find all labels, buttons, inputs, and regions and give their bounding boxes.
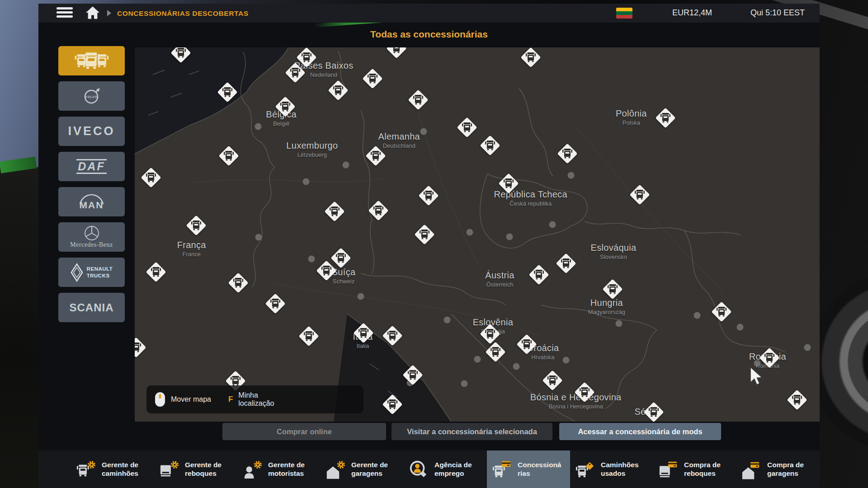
- dealer-marker[interactable]: [329, 81, 347, 99]
- dealer-marker[interactable]: [645, 403, 663, 421]
- my-location-label: Minha localização: [238, 391, 274, 408]
- nav-item-garage-purchase[interactable]: Compra de garagens: [736, 450, 820, 488]
- dealer-marker[interactable]: [409, 91, 427, 109]
- dealer-marker[interactable]: [712, 303, 731, 321]
- dealer-marker[interactable]: [760, 349, 778, 367]
- nav-item-garage-manager[interactable]: Gerente de garagens: [321, 450, 404, 488]
- brand-filter-man[interactable]: MAN: [58, 187, 125, 216]
- all-brands-truck-icon: [73, 52, 111, 70]
- svg-text:VOLVO: VOLVO: [85, 95, 97, 98]
- dealer-marker[interactable]: [147, 263, 165, 281]
- dealer-truck-icon: [717, 306, 726, 317]
- dealer-marker[interactable]: [788, 391, 806, 409]
- dealer-marker[interactable]: [354, 324, 373, 342]
- menu-icon[interactable]: [57, 7, 74, 19]
- dealer-marker[interactable]: [558, 145, 576, 163]
- visit-dealer-button[interactable]: Visitar a concessionária selecionada: [392, 423, 552, 440]
- dealer-truck-icon: [522, 339, 532, 350]
- used-truck-tag-icon: [575, 460, 595, 479]
- buy-online-button[interactable]: Comprar online: [222, 423, 386, 440]
- dealer-marker[interactable]: [557, 254, 575, 272]
- dealer-marker[interactable]: [220, 147, 238, 165]
- renault-logo: RENAULT TRUCKS: [71, 263, 113, 282]
- home-icon[interactable]: [85, 6, 101, 20]
- dealer-truck-icon: [764, 352, 774, 363]
- dealer-truck-icon: [649, 407, 659, 418]
- dealer-marker[interactable]: [387, 47, 406, 57]
- dealer-marker[interactable]: [656, 109, 675, 127]
- time-display: Qui 5:10 EEST: [748, 8, 807, 18]
- dealer-marker[interactable]: [518, 335, 536, 353]
- dealer-marker[interactable]: [383, 327, 401, 345]
- brand-filter-all[interactable]: [58, 46, 125, 75]
- brand-filter-daf[interactable]: DAF: [58, 152, 125, 181]
- dealer-marker[interactable]: [135, 338, 145, 357]
- lithuania-flag-icon: [616, 8, 632, 19]
- dealer-marker[interactable]: [172, 47, 190, 62]
- bottom-nav: Gerente de caminhões Gerente de reboques…: [38, 450, 820, 488]
- dealer-marker[interactable]: [369, 202, 387, 220]
- brand-filter-renault[interactable]: RENAULT TRUCKS: [58, 258, 125, 287]
- move-map-label: Mover mapa: [171, 395, 211, 404]
- nav-item-employment-agency[interactable]: Agência de emprego: [404, 450, 487, 488]
- dealer-marker[interactable]: [332, 249, 350, 267]
- dealer-truck-icon: [420, 229, 429, 240]
- man-logo: MAN: [58, 187, 125, 216]
- dealer-marker[interactable]: [543, 371, 561, 389]
- dealer-marker[interactable]: [218, 83, 236, 101]
- dealer-marker[interactable]: [383, 395, 401, 413]
- dealer-marker[interactable]: [276, 98, 294, 116]
- dealer-marker[interactable]: [486, 343, 505, 361]
- nav-item-used-trucks[interactable]: Caminhões usados: [570, 450, 653, 488]
- dealer-truck-icon: [146, 172, 156, 183]
- dealer-truck-icon: [290, 67, 300, 78]
- mods-dealer-button[interactable]: Acessar a concessionária de mods: [559, 423, 721, 440]
- dealer-truck-icon: [231, 375, 241, 386]
- dealer-marker[interactable]: [286, 64, 304, 82]
- dealer-marker[interactable]: [604, 280, 622, 298]
- dealer-marker[interactable]: [458, 118, 476, 136]
- brand-filter-scania[interactable]: SCANIA: [58, 293, 125, 322]
- brand-filter-mercedes[interactable]: Mercedes-Benz: [58, 222, 125, 252]
- volvo-logo-icon: VOLVO: [81, 85, 103, 107]
- nav-item-trailer-purchase[interactable]: Compra de reboques: [653, 450, 736, 488]
- map-view[interactable]: Países Baixos Nederland Bélgica België L…: [135, 47, 820, 422]
- background-bus: [0, 167, 43, 488]
- dealer-truck-icon: [302, 52, 311, 63]
- brand-filter-volvo[interactable]: VOLVO: [58, 81, 125, 111]
- dealer-marker[interactable]: [326, 202, 344, 221]
- dealer-marker[interactable]: [576, 383, 594, 401]
- dealer-truck-icon: [191, 220, 201, 231]
- money-display: EUR12,4M: [662, 8, 712, 18]
- dealer-marker[interactable]: [229, 274, 247, 292]
- dealer-marker[interactable]: [300, 327, 318, 345]
- dealer-marker[interactable]: [142, 169, 160, 187]
- dealer-card-icon: [491, 460, 512, 479]
- mercedes-logo: Mercedes-Benz: [70, 225, 113, 249]
- dealer-truck-icon: [413, 94, 423, 105]
- dealer-marker[interactable]: [500, 174, 518, 192]
- dealer-truck-icon: [333, 85, 343, 96]
- dealer-marker[interactable]: [404, 366, 422, 384]
- dealer-marker[interactable]: [420, 187, 438, 205]
- nav-item-dealers[interactable]: Concessioná rias: [487, 450, 570, 488]
- nav-item-truck-manager[interactable]: Gerente de caminhões: [71, 450, 154, 488]
- dealer-marker[interactable]: [530, 266, 548, 284]
- nav-item-driver-manager[interactable]: Gerente de motoristas: [237, 450, 321, 488]
- dealer-marker[interactable]: [415, 225, 434, 244]
- dealer-marker[interactable]: [631, 186, 649, 204]
- brand-filter-iveco[interactable]: IVECO: [58, 117, 125, 146]
- nav-item-trailer-manager[interactable]: Gerente de reboques: [154, 450, 237, 488]
- dealer-truck-icon: [580, 387, 590, 398]
- dealer-truck-icon: [280, 101, 290, 112]
- dealer-marker[interactable]: [187, 216, 205, 235]
- dealer-marker[interactable]: [266, 295, 284, 313]
- dealer-marker[interactable]: [363, 70, 382, 88]
- employment-agency-icon: [408, 460, 429, 479]
- dealer-truck-icon: [660, 113, 670, 123]
- dealer-marker[interactable]: [481, 325, 499, 343]
- dealer-marker[interactable]: [522, 48, 540, 66]
- dealer-marker[interactable]: [367, 147, 385, 165]
- dealer-truck-icon: [222, 87, 232, 98]
- dealer-marker[interactable]: [481, 136, 499, 155]
